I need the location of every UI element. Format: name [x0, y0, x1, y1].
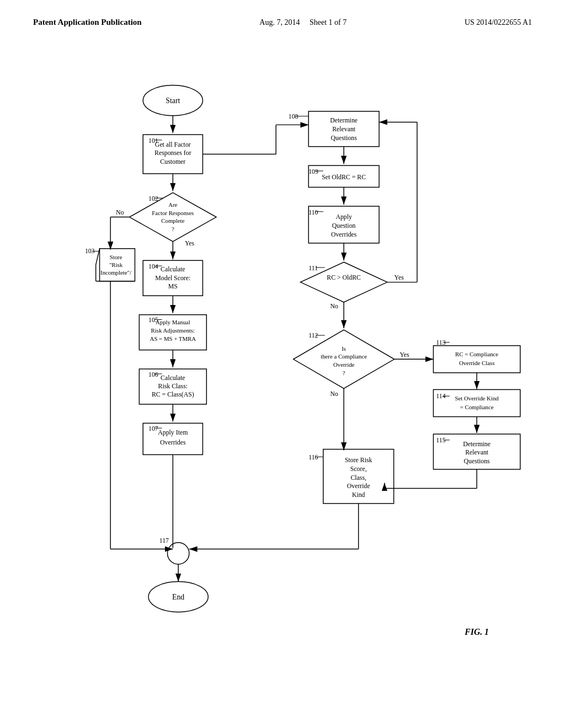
- svg-text:Questions: Questions: [464, 457, 491, 465]
- svg-text:RC = Compliance: RC = Compliance: [455, 351, 498, 357]
- svg-text:?: ?: [172, 226, 174, 232]
- svg-text:106: 106: [148, 371, 158, 378]
- svg-text:Kind: Kind: [352, 491, 365, 499]
- svg-point-136: [167, 543, 189, 564]
- svg-text:Get all Factor: Get all Factor: [155, 141, 191, 148]
- svg-text:Responses for: Responses for: [154, 149, 191, 157]
- svg-text:Determine: Determine: [463, 440, 491, 448]
- svg-text:"Risk: "Risk: [109, 261, 123, 268]
- svg-text:111: 111: [308, 264, 318, 272]
- svg-text:Question: Question: [332, 222, 356, 229]
- svg-text:RC = Class(AS): RC = Class(AS): [152, 390, 194, 398]
- svg-text:Is: Is: [342, 345, 346, 352]
- svg-text:AS = MS + TMRA: AS = MS + TMRA: [150, 335, 196, 342]
- svg-text:Factor Responses: Factor Responses: [152, 210, 194, 216]
- svg-text:there a Compliance: there a Compliance: [321, 353, 367, 360]
- svg-text:Class,: Class,: [350, 474, 366, 481]
- svg-text:Apply: Apply: [335, 213, 352, 221]
- patent-title: Patent Application Publication: [33, 18, 142, 27]
- svg-text:Risk Class:: Risk Class:: [158, 382, 188, 390]
- svg-text:Store Risk: Store Risk: [345, 456, 372, 464]
- svg-text:Yes: Yes: [395, 274, 404, 281]
- svg-text:No: No: [331, 390, 339, 398]
- svg-text:No: No: [116, 208, 124, 216]
- svg-text:No: No: [331, 302, 339, 310]
- svg-text:Calculate: Calculate: [161, 374, 185, 382]
- svg-text:Are: Are: [168, 201, 177, 208]
- svg-text:Relevant: Relevant: [465, 448, 489, 456]
- svg-text:Apply Item: Apply Item: [158, 429, 188, 436]
- svg-text:Override: Override: [333, 361, 355, 368]
- svg-text:FIG. 1: FIG. 1: [464, 627, 489, 636]
- svg-text:Questions: Questions: [331, 134, 358, 142]
- svg-text:Customer: Customer: [160, 158, 185, 165]
- svg-text:Override: Override: [347, 482, 370, 490]
- svg-text:109: 109: [308, 168, 318, 175]
- svg-text:117: 117: [159, 537, 169, 544]
- patent-number: US 2014/0222655 A1: [465, 18, 532, 27]
- svg-text:End: End: [172, 593, 184, 601]
- svg-text:Incomplete"/: Incomplete"/: [100, 269, 131, 276]
- svg-text:Override Class: Override Class: [459, 360, 494, 366]
- flowchart-svg: Start 101 Get all Factor Responses for C…: [0, 38, 565, 700]
- svg-text:Complete: Complete: [161, 217, 184, 224]
- svg-text:Model Score:: Model Score:: [155, 274, 190, 282]
- svg-text:Relevant: Relevant: [332, 125, 356, 133]
- svg-text:= Compliance: = Compliance: [460, 404, 494, 410]
- svg-text:MS: MS: [168, 282, 178, 290]
- svg-text:Set Override Kind: Set Override Kind: [455, 395, 499, 402]
- svg-text:Determine: Determine: [330, 116, 358, 124]
- page: Patent Application Publication Aug. 7, 2…: [0, 0, 565, 728]
- svg-text:Yes: Yes: [399, 351, 409, 358]
- svg-text:Store: Store: [110, 254, 122, 260]
- svg-text:Start: Start: [166, 97, 180, 105]
- flowchart-area: Start 101 Get all Factor Responses for C…: [0, 38, 565, 700]
- svg-text:Apply Manual: Apply Manual: [156, 319, 190, 325]
- svg-text:116: 116: [308, 453, 318, 461]
- svg-text:Yes: Yes: [185, 239, 195, 247]
- page-header: Patent Application Publication Aug. 7, 2…: [0, 0, 565, 27]
- svg-text:RC > OldRC: RC > OldRC: [327, 274, 361, 281]
- svg-text:Overrides: Overrides: [331, 231, 357, 238]
- svg-text:Set OldRC = RC: Set OldRC = RC: [322, 173, 366, 181]
- svg-text:Overrides: Overrides: [160, 438, 186, 446]
- svg-text:110: 110: [308, 208, 318, 216]
- svg-text:Calculate: Calculate: [161, 265, 185, 273]
- svg-text:Score,: Score,: [350, 465, 367, 473]
- svg-text:107: 107: [148, 425, 158, 432]
- svg-text:Risk Adjustments:: Risk Adjustments:: [151, 327, 195, 334]
- patent-date-sheet: Aug. 7, 2014 Sheet 1 of 7: [142, 18, 465, 27]
- svg-text:104: 104: [148, 263, 158, 270]
- svg-text:?: ?: [343, 370, 345, 376]
